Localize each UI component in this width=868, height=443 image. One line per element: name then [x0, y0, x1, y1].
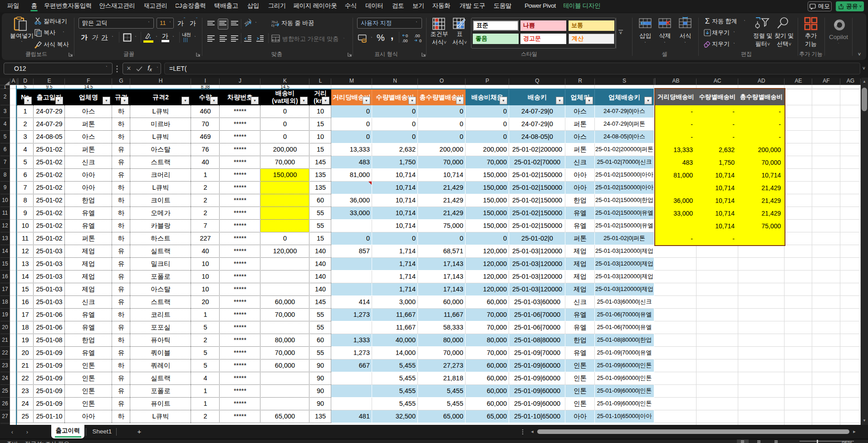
svg-text:가나: 가나 — [271, 20, 278, 24]
svg-text:.00: .00 — [414, 34, 420, 38]
svg-text:다: 다 — [271, 24, 275, 27]
svg-text:0: 0 — [419, 39, 422, 43]
svg-text:0: 0 — [406, 34, 408, 38]
svg-text:.00: .00 — [402, 39, 408, 43]
